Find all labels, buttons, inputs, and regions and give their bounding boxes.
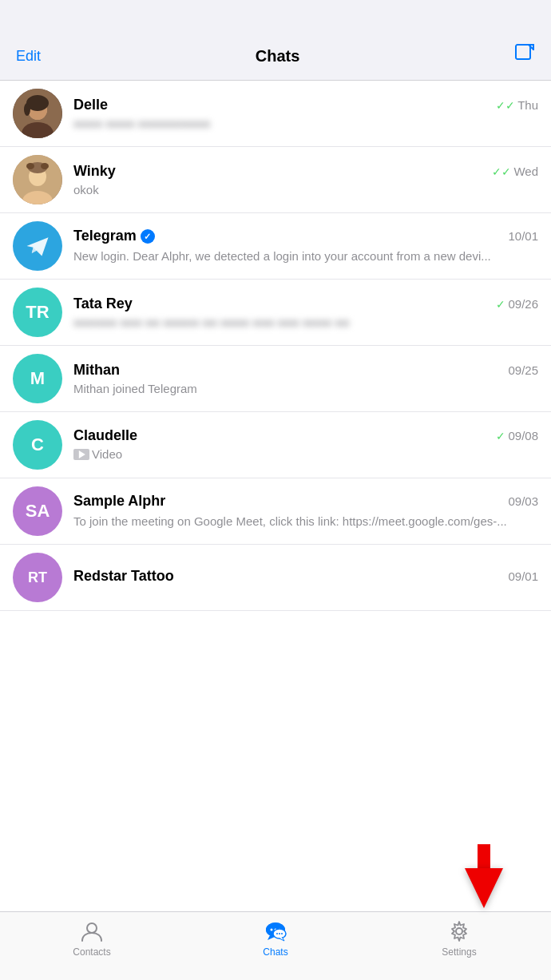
svg-point-20 [276,933,278,934]
tab-chats[interactable]: Chats [184,919,367,958]
person-icon [79,919,105,944]
chat-time: 09/03 [508,494,538,508]
chat-content: Tata Rey ✓ 09/26 ●●●●●● ●●● ●● ●●●●● ●● … [73,296,538,329]
svg-point-6 [24,103,30,116]
red-arrow-icon [465,868,503,908]
message-preview: ●●●●●● ●●● ●● ●●●●● ●● ●●●● ●●● ●●● ●●●●… [73,315,457,329]
chat-time: 09/01 [508,569,538,583]
double-check-icon: ✓✓ [492,165,511,178]
list-item[interactable]: Delle ✓✓ Thu ●●●● ●●●● ●●●●●●●●●● [0,81,551,147]
chat-time: ✓✓ Thu [496,98,538,112]
list-item[interactable]: C Claudelle ✓ 09/08 Video [0,412,551,478]
contact-name: Redstar Tattoo [73,568,174,585]
gear-icon [446,919,472,944]
message-preview: To join the meeting on Google Meet, clic… [73,513,538,530]
video-preview: Video [73,447,122,461]
svg-point-22 [281,933,283,934]
chat-content: Delle ✓✓ Thu ●●●● ●●●● ●●●●●●●●●● [73,97,538,130]
chat-content: Claudelle ✓ 09/08 Video [73,427,538,462]
edit-button[interactable]: Edit [16,48,41,65]
chat-content: Mithan 09/25 Mithan joined Telegram [73,362,538,395]
avatar: M [13,354,62,403]
contact-name: Tata Rey [73,296,133,312]
chat-time: 10/01 [508,229,538,243]
video-thumb-icon [73,449,89,460]
chat-content: Redstar Tattoo 09/01 [73,568,538,588]
avatar [13,89,62,138]
list-item[interactable]: TR Tata Rey ✓ 09/26 ●●●●●● ●●● ●● ●●●●● … [0,280,551,346]
verified-badge [141,229,155,244]
compose-button[interactable] [514,43,535,69]
page-title: Chats [256,47,300,65]
chats-icon [263,919,288,944]
chat-time: ✓ 09/08 [496,429,538,442]
svg-point-16 [271,929,273,931]
contact-name: Telegram [73,228,155,244]
contact-name: Mithan [73,362,120,379]
tab-contacts[interactable]: Contacts [0,919,184,958]
svg-point-13 [87,923,97,933]
avatar [13,221,62,271]
tab-bar: Contacts Chats [0,911,551,980]
avatar: SA [13,486,62,536]
svg-point-12 [41,163,49,169]
message-preview: okok [73,183,457,196]
svg-point-23 [456,928,462,934]
chat-time: ✓ 09/26 [496,297,538,311]
chat-content: Winky ✓✓ Wed okok [73,163,538,196]
contact-name: Claudelle [73,427,137,444]
chat-time: ✓✓ Wed [492,165,538,178]
svg-point-11 [26,163,34,169]
chat-list: Delle ✓✓ Thu ●●●● ●●●● ●●●●●●●●●● [0,81,551,611]
avatar [13,155,62,204]
header: Edit Chats [0,0,551,81]
contact-name: Winky [73,163,116,180]
message-preview: Mithan joined Telegram [73,382,457,395]
tab-settings[interactable]: Settings [367,919,551,958]
avatar: TR [13,288,62,337]
svg-point-21 [279,933,280,934]
chat-content: Telegram 10/01 New login. Dear Alphr, we… [73,228,538,264]
contact-name: Delle [73,97,108,113]
tab-label: Settings [442,946,476,958]
message-preview: ●●●● ●●●● ●●●●●●●●●● [73,117,457,130]
list-item[interactable]: Telegram 10/01 New login. Dear Alphr, we… [0,213,551,280]
avatar: RT [13,553,62,602]
message-preview: Video [73,447,457,462]
list-item[interactable]: SA Sample Alphr 09/03 To join the meetin… [0,478,551,545]
list-item[interactable]: Winky ✓✓ Wed okok [0,147,551,213]
chat-content: Sample Alphr 09/03 To join the meeting o… [73,493,538,530]
contact-name: Sample Alphr [73,493,165,510]
tab-label: Contacts [73,946,110,958]
list-item[interactable]: M Mithan 09/25 Mithan joined Telegram [0,346,551,412]
message-preview: New login. Dear Alphr, we detected a log… [73,248,538,264]
double-check-icon: ✓✓ [496,99,515,112]
list-item[interactable]: RT Redstar Tattoo 09/01 [0,545,551,611]
tab-label: Chats [263,946,287,958]
chat-time: 09/25 [508,363,538,377]
avatar: C [13,420,62,470]
single-check-icon: ✓ [496,298,505,311]
svg-rect-0 [516,45,530,59]
single-check-icon: ✓ [496,430,505,442]
